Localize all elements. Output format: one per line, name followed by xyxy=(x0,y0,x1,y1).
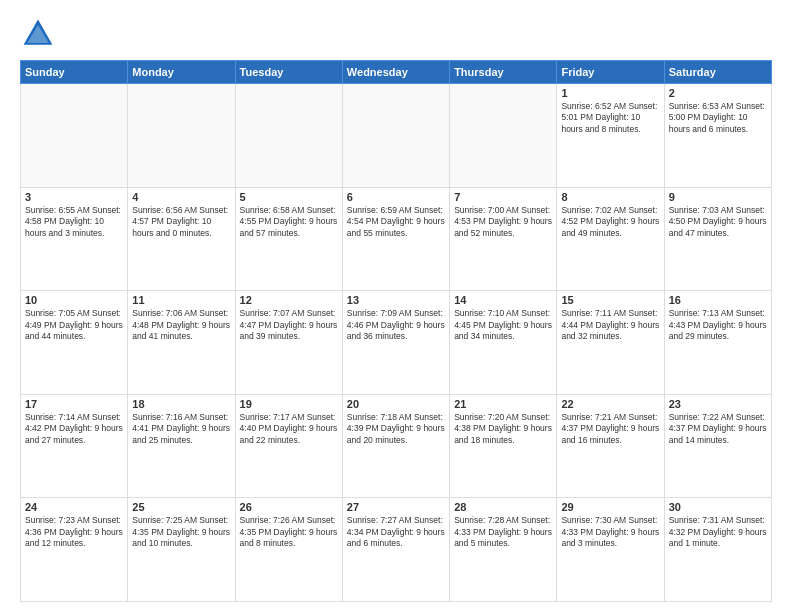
calendar-header-tuesday: Tuesday xyxy=(235,61,342,84)
calendar-cell xyxy=(450,84,557,188)
calendar-week-0: 1Sunrise: 6:52 AM Sunset: 5:01 PM Daylig… xyxy=(21,84,772,188)
calendar-cell: 10Sunrise: 7:05 AM Sunset: 4:49 PM Dayli… xyxy=(21,291,128,395)
day-info: Sunrise: 7:23 AM Sunset: 4:36 PM Dayligh… xyxy=(25,515,123,549)
day-number: 7 xyxy=(454,191,552,203)
calendar-cell: 22Sunrise: 7:21 AM Sunset: 4:37 PM Dayli… xyxy=(557,394,664,498)
logo xyxy=(20,16,60,52)
calendar-cell xyxy=(128,84,235,188)
calendar-cell: 15Sunrise: 7:11 AM Sunset: 4:44 PM Dayli… xyxy=(557,291,664,395)
day-info: Sunrise: 7:13 AM Sunset: 4:43 PM Dayligh… xyxy=(669,308,767,342)
day-number: 30 xyxy=(669,501,767,513)
header xyxy=(20,16,772,52)
calendar-header-saturday: Saturday xyxy=(664,61,771,84)
day-info: Sunrise: 6:52 AM Sunset: 5:01 PM Dayligh… xyxy=(561,101,659,135)
day-number: 25 xyxy=(132,501,230,513)
calendar-cell: 17Sunrise: 7:14 AM Sunset: 4:42 PM Dayli… xyxy=(21,394,128,498)
calendar-cell: 29Sunrise: 7:30 AM Sunset: 4:33 PM Dayli… xyxy=(557,498,664,602)
day-number: 18 xyxy=(132,398,230,410)
day-info: Sunrise: 7:09 AM Sunset: 4:46 PM Dayligh… xyxy=(347,308,445,342)
day-info: Sunrise: 6:55 AM Sunset: 4:58 PM Dayligh… xyxy=(25,205,123,239)
day-number: 13 xyxy=(347,294,445,306)
day-info: Sunrise: 7:02 AM Sunset: 4:52 PM Dayligh… xyxy=(561,205,659,239)
day-info: Sunrise: 7:00 AM Sunset: 4:53 PM Dayligh… xyxy=(454,205,552,239)
calendar-cell: 16Sunrise: 7:13 AM Sunset: 4:43 PM Dayli… xyxy=(664,291,771,395)
calendar-header-monday: Monday xyxy=(128,61,235,84)
day-info: Sunrise: 7:25 AM Sunset: 4:35 PM Dayligh… xyxy=(132,515,230,549)
day-info: Sunrise: 7:10 AM Sunset: 4:45 PM Dayligh… xyxy=(454,308,552,342)
day-info: Sunrise: 7:18 AM Sunset: 4:39 PM Dayligh… xyxy=(347,412,445,446)
day-number: 2 xyxy=(669,87,767,99)
calendar-cell: 21Sunrise: 7:20 AM Sunset: 4:38 PM Dayli… xyxy=(450,394,557,498)
day-number: 1 xyxy=(561,87,659,99)
day-info: Sunrise: 7:28 AM Sunset: 4:33 PM Dayligh… xyxy=(454,515,552,549)
day-info: Sunrise: 7:21 AM Sunset: 4:37 PM Dayligh… xyxy=(561,412,659,446)
calendar-cell: 20Sunrise: 7:18 AM Sunset: 4:39 PM Dayli… xyxy=(342,394,449,498)
day-info: Sunrise: 7:20 AM Sunset: 4:38 PM Dayligh… xyxy=(454,412,552,446)
calendar-cell: 9Sunrise: 7:03 AM Sunset: 4:50 PM Daylig… xyxy=(664,187,771,291)
calendar-cell xyxy=(342,84,449,188)
day-number: 21 xyxy=(454,398,552,410)
day-number: 23 xyxy=(669,398,767,410)
calendar-cell: 7Sunrise: 7:00 AM Sunset: 4:53 PM Daylig… xyxy=(450,187,557,291)
day-number: 22 xyxy=(561,398,659,410)
calendar-cell: 8Sunrise: 7:02 AM Sunset: 4:52 PM Daylig… xyxy=(557,187,664,291)
calendar-header-row: SundayMondayTuesdayWednesdayThursdayFrid… xyxy=(21,61,772,84)
day-number: 15 xyxy=(561,294,659,306)
calendar-cell: 2Sunrise: 6:53 AM Sunset: 5:00 PM Daylig… xyxy=(664,84,771,188)
day-info: Sunrise: 7:14 AM Sunset: 4:42 PM Dayligh… xyxy=(25,412,123,446)
day-info: Sunrise: 7:26 AM Sunset: 4:35 PM Dayligh… xyxy=(240,515,338,549)
day-info: Sunrise: 6:59 AM Sunset: 4:54 PM Dayligh… xyxy=(347,205,445,239)
calendar-cell: 6Sunrise: 6:59 AM Sunset: 4:54 PM Daylig… xyxy=(342,187,449,291)
calendar-cell: 5Sunrise: 6:58 AM Sunset: 4:55 PM Daylig… xyxy=(235,187,342,291)
calendar-cell xyxy=(235,84,342,188)
day-number: 28 xyxy=(454,501,552,513)
calendar-header-wednesday: Wednesday xyxy=(342,61,449,84)
calendar-cell xyxy=(21,84,128,188)
day-number: 19 xyxy=(240,398,338,410)
calendar-cell: 23Sunrise: 7:22 AM Sunset: 4:37 PM Dayli… xyxy=(664,394,771,498)
calendar-header-sunday: Sunday xyxy=(21,61,128,84)
day-number: 17 xyxy=(25,398,123,410)
day-number: 27 xyxy=(347,501,445,513)
day-number: 14 xyxy=(454,294,552,306)
day-info: Sunrise: 7:07 AM Sunset: 4:47 PM Dayligh… xyxy=(240,308,338,342)
day-info: Sunrise: 7:30 AM Sunset: 4:33 PM Dayligh… xyxy=(561,515,659,549)
calendar-cell: 27Sunrise: 7:27 AM Sunset: 4:34 PM Dayli… xyxy=(342,498,449,602)
day-info: Sunrise: 6:58 AM Sunset: 4:55 PM Dayligh… xyxy=(240,205,338,239)
day-number: 29 xyxy=(561,501,659,513)
calendar-cell: 25Sunrise: 7:25 AM Sunset: 4:35 PM Dayli… xyxy=(128,498,235,602)
calendar-cell: 3Sunrise: 6:55 AM Sunset: 4:58 PM Daylig… xyxy=(21,187,128,291)
day-number: 3 xyxy=(25,191,123,203)
day-info: Sunrise: 7:11 AM Sunset: 4:44 PM Dayligh… xyxy=(561,308,659,342)
calendar-cell: 18Sunrise: 7:16 AM Sunset: 4:41 PM Dayli… xyxy=(128,394,235,498)
calendar-week-2: 10Sunrise: 7:05 AM Sunset: 4:49 PM Dayli… xyxy=(21,291,772,395)
day-number: 6 xyxy=(347,191,445,203)
calendar-header-thursday: Thursday xyxy=(450,61,557,84)
calendar-week-4: 24Sunrise: 7:23 AM Sunset: 4:36 PM Dayli… xyxy=(21,498,772,602)
calendar-cell: 13Sunrise: 7:09 AM Sunset: 4:46 PM Dayli… xyxy=(342,291,449,395)
day-number: 24 xyxy=(25,501,123,513)
day-number: 20 xyxy=(347,398,445,410)
calendar-cell: 24Sunrise: 7:23 AM Sunset: 4:36 PM Dayli… xyxy=(21,498,128,602)
calendar-cell: 28Sunrise: 7:28 AM Sunset: 4:33 PM Dayli… xyxy=(450,498,557,602)
day-number: 12 xyxy=(240,294,338,306)
calendar-cell: 14Sunrise: 7:10 AM Sunset: 4:45 PM Dayli… xyxy=(450,291,557,395)
day-info: Sunrise: 7:27 AM Sunset: 4:34 PM Dayligh… xyxy=(347,515,445,549)
calendar-cell: 19Sunrise: 7:17 AM Sunset: 4:40 PM Dayli… xyxy=(235,394,342,498)
day-info: Sunrise: 7:31 AM Sunset: 4:32 PM Dayligh… xyxy=(669,515,767,549)
day-number: 11 xyxy=(132,294,230,306)
calendar-table: SundayMondayTuesdayWednesdayThursdayFrid… xyxy=(20,60,772,602)
day-info: Sunrise: 7:05 AM Sunset: 4:49 PM Dayligh… xyxy=(25,308,123,342)
day-info: Sunrise: 7:22 AM Sunset: 4:37 PM Dayligh… xyxy=(669,412,767,446)
day-info: Sunrise: 7:16 AM Sunset: 4:41 PM Dayligh… xyxy=(132,412,230,446)
calendar-cell: 11Sunrise: 7:06 AM Sunset: 4:48 PM Dayli… xyxy=(128,291,235,395)
calendar-cell: 12Sunrise: 7:07 AM Sunset: 4:47 PM Dayli… xyxy=(235,291,342,395)
day-info: Sunrise: 7:06 AM Sunset: 4:48 PM Dayligh… xyxy=(132,308,230,342)
calendar-week-1: 3Sunrise: 6:55 AM Sunset: 4:58 PM Daylig… xyxy=(21,187,772,291)
calendar-cell: 1Sunrise: 6:52 AM Sunset: 5:01 PM Daylig… xyxy=(557,84,664,188)
day-number: 16 xyxy=(669,294,767,306)
logo-icon xyxy=(20,16,56,52)
calendar-cell: 4Sunrise: 6:56 AM Sunset: 4:57 PM Daylig… xyxy=(128,187,235,291)
day-number: 9 xyxy=(669,191,767,203)
calendar-week-3: 17Sunrise: 7:14 AM Sunset: 4:42 PM Dayli… xyxy=(21,394,772,498)
